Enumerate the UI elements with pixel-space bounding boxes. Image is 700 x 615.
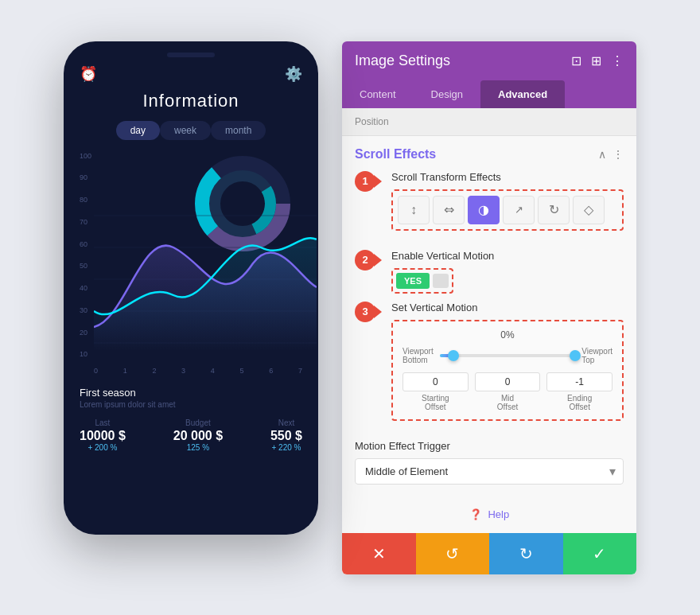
clock-icon: ⏰ <box>80 65 97 83</box>
action-bar: ✕ ↺ ↻ ✓ <box>342 533 636 574</box>
set-vertical-label: Set Vertical Motion <box>391 302 624 313</box>
ending-offset-field: EndingOffset <box>546 372 612 411</box>
toggle-yes[interactable]: YES <box>396 273 430 289</box>
transform-label: Scroll Transform Effects <box>391 171 624 183</box>
collapse-icon[interactable]: ∧ <box>598 148 606 161</box>
slider-percent-label: 0% <box>402 329 612 341</box>
step1-badge-triangle <box>374 175 382 188</box>
tab-advanced[interactable]: Advanced <box>480 80 565 108</box>
help-label[interactable]: Help <box>488 508 509 520</box>
offset-fields: StartingOffset MidOffset EndingOffset <box>402 372 612 411</box>
ending-offset-label: EndingOffset <box>546 394 612 411</box>
chart-area: 100908070 60504030 2010 <box>80 152 302 375</box>
section-title: Scroll Effects <box>355 147 436 162</box>
horizontal-motion-btn[interactable]: ⇔ <box>433 196 465 224</box>
stat-last: Last 10000 $ + 200 % <box>80 418 126 452</box>
section-header: Scroll Effects ∧ ⋮ <box>355 147 624 162</box>
step3-badge-wrapper: 3 <box>355 302 375 322</box>
y-axis-labels: 100908070 60504030 2010 <box>80 152 91 359</box>
step2-badge-wrapper: 2 <box>355 250 375 271</box>
main-container: ⏰ ⚙️ Information day week month 10090807… <box>48 25 652 590</box>
stats-row: Last 10000 $ + 200 % Budget 20 000 $ 125… <box>80 418 302 452</box>
ending-offset-input[interactable] <box>546 372 612 391</box>
viewport-top-label: ViewportTop <box>581 347 612 364</box>
help-section[interactable]: ❓ Help <box>342 496 636 533</box>
panel-header-icons: ⊡ ⊞ ⋮ <box>571 53 624 68</box>
step1-badge: 1 <box>355 171 375 192</box>
footer-sub: Lorem ipsum dolor sit amet <box>80 400 302 409</box>
line-chart <box>94 184 317 359</box>
more-icon[interactable]: ⋮ <box>611 53 624 68</box>
panel-title: Image Settings <box>355 53 450 69</box>
mid-offset-label: MidOffset <box>475 394 541 411</box>
transform-step-row: 1 Scroll Transform Effects ↕ ⇔ ◑ ↗ ↻ ◇ <box>355 171 624 242</box>
scale-btn[interactable]: ◇ <box>573 196 605 224</box>
columns-icon[interactable]: ⊞ <box>591 53 601 68</box>
time-week-btn[interactable]: week <box>160 121 211 140</box>
cancel-button[interactable]: ✕ <box>342 533 416 574</box>
step1-badge-wrapper: 1 <box>355 171 375 192</box>
viewport-bottom-label: ViewportBottom <box>402 347 434 364</box>
transform-icons-row: ↕ ⇔ ◑ ↗ ↻ ◇ <box>391 189 624 231</box>
resize-icon[interactable]: ⊡ <box>571 53 581 68</box>
vertical-motion-btn[interactable]: ↕ <box>398 196 430 224</box>
phone-header: ⏰ ⚙️ <box>80 65 302 83</box>
time-selector: day week month <box>80 121 302 140</box>
step2-badge: 2 <box>355 250 375 271</box>
vertical-step-row: 2 Enable Vertical Motion YES <box>355 250 624 294</box>
trigger-label: Motion Effect Trigger <box>355 440 624 452</box>
scroll-effects-section: Scroll Effects ∧ ⋮ 1 Scroll Transform Ef… <box>342 136 636 496</box>
toggle-wrapper[interactable]: YES <box>391 268 453 294</box>
position-bar: Position <box>342 108 636 136</box>
toggle-knob[interactable] <box>433 274 449 288</box>
blur-btn[interactable]: ↗ <box>503 196 535 224</box>
panel-body: Position Scroll Effects ∧ ⋮ 1 <box>342 108 636 574</box>
tabs-row: Content Design Advanced <box>342 80 636 108</box>
starting-offset-label: StartingOffset <box>402 394 469 411</box>
phone-mockup: ⏰ ⚙️ Information day week month 10090807… <box>64 41 318 535</box>
set-vertical-step-row: 3 Set Vertical Motion 0% ViewportBottom <box>355 302 624 432</box>
time-day-btn[interactable]: day <box>116 121 160 140</box>
help-icon: ❓ <box>469 508 482 520</box>
mid-offset-field: MidOffset <box>475 372 541 411</box>
tab-content[interactable]: Content <box>342 80 414 108</box>
time-month-btn[interactable]: month <box>211 121 266 140</box>
panel-header: Image Settings ⊡ ⊞ ⋮ <box>342 41 636 80</box>
trigger-select-wrapper: Middle of Element Top of Element Bottom … <box>355 458 624 485</box>
opacity-btn[interactable]: ◑ <box>468 196 500 224</box>
stat-budget: Budget 20 000 $ 125 % <box>173 418 223 452</box>
step3-badge-triangle <box>374 306 382 318</box>
enable-vertical-label: Enable Vertical Motion <box>391 250 624 262</box>
slider-thumb-left[interactable] <box>448 350 459 361</box>
footer-title: First season <box>80 387 302 399</box>
stat-next: Next 550 $ + 220 % <box>270 418 302 452</box>
phone-title: Information <box>80 91 302 111</box>
section-more-icon[interactable]: ⋮ <box>612 148 624 161</box>
section-controls: ∧ ⋮ <box>598 148 624 161</box>
tab-design[interactable]: Design <box>414 80 480 108</box>
slider-section: 0% ViewportBottom ViewportTop <box>391 320 624 421</box>
undo-button[interactable]: ↺ <box>416 533 490 574</box>
slider-track[interactable] <box>440 354 576 357</box>
starting-offset-input[interactable] <box>402 372 469 391</box>
step2-badge-triangle <box>374 254 382 267</box>
slider-thumb-right[interactable] <box>570 350 581 361</box>
mid-offset-input[interactable] <box>475 372 541 391</box>
trigger-select[interactable]: Middle of Element Top of Element Bottom … <box>355 458 624 485</box>
starting-offset-field: StartingOffset <box>402 372 469 411</box>
slider-track-row: ViewportBottom ViewportTop <box>402 347 612 364</box>
save-button[interactable]: ✓ <box>563 533 637 574</box>
x-axis-labels: 0123 4567 <box>94 367 302 375</box>
redo-button[interactable]: ↻ <box>489 533 563 574</box>
rotate-btn[interactable]: ↻ <box>538 196 570 224</box>
settings-icon: ⚙️ <box>285 65 302 83</box>
step3-badge: 3 <box>355 302 375 322</box>
settings-panel: Image Settings ⊡ ⊞ ⋮ Content Design Adva… <box>342 41 636 574</box>
